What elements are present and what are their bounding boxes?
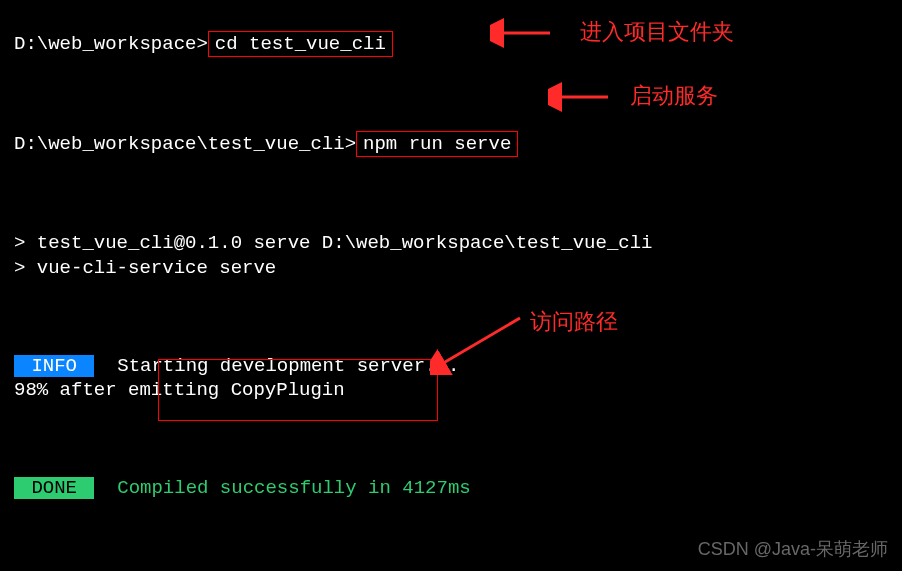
left-side-fragments <box>0 0 12 571</box>
arrow-urls-icon <box>430 310 525 375</box>
done-message: Compiled successfully in 4127ms <box>94 477 470 499</box>
npm-output-2: > vue-cli-service serve <box>14 257 276 279</box>
cmd-cd-highlight: cd test_vue_cli <box>208 31 393 58</box>
svg-line-2 <box>440 318 520 365</box>
watermark: CSDN @Java-呆萌老师 <box>698 538 888 561</box>
cmd-cd[interactable]: cd test_vue_cli <box>215 33 386 55</box>
cmd-serve-highlight: npm run serve <box>356 131 518 158</box>
annotation-urls: 访问路径 <box>530 308 618 337</box>
url-highlight-box <box>158 359 438 421</box>
done-badge: DONE <box>14 477 94 499</box>
npm-output-1: > test_vue_cli@0.1.0 serve D:\web_worksp… <box>14 232 653 254</box>
annotation-cd: 进入项目文件夹 <box>580 18 734 47</box>
cmd-npm-run-serve[interactable]: npm run serve <box>363 133 511 155</box>
prompt-path-1: D:\web_workspace> <box>14 33 208 55</box>
annotation-serve: 启动服务 <box>630 82 718 111</box>
arrow-serve-icon <box>548 82 618 112</box>
info-badge: INFO <box>14 355 94 377</box>
arrow-cd-icon <box>490 18 560 48</box>
prompt-path-2: D:\web_workspace\test_vue_cli> <box>14 133 356 155</box>
